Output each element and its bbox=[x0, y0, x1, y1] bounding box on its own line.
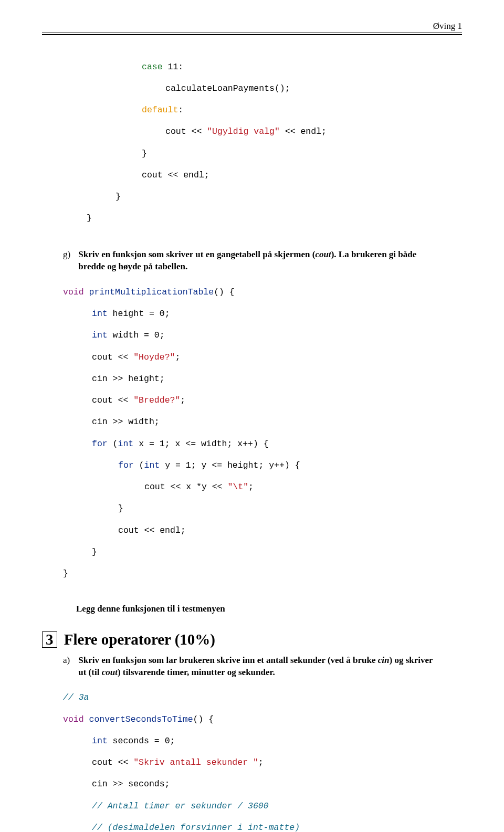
code-text: cout << bbox=[92, 757, 133, 767]
code-text: y = 1; y <= height; y++) { bbox=[160, 460, 300, 470]
item-g: g) Skriv en funksjon som skriver ut en g… bbox=[42, 249, 462, 273]
code-text bbox=[84, 714, 89, 724]
item-g-em1: cout bbox=[315, 249, 331, 259]
item-a-text1: Skriv en funksjon som lar brukeren skriv… bbox=[78, 655, 378, 665]
item-g-text1: Skriv en funksjon som skriver ut en gang… bbox=[78, 249, 315, 259]
kw-default: default bbox=[142, 105, 178, 115]
comment: // (desimaldelen forsvinner i int-matte) bbox=[92, 823, 300, 832]
code-block-3: // 3a void convertSecondsToTime() { int … bbox=[42, 682, 462, 832]
kw-for: for bbox=[92, 439, 108, 449]
item-a-em2: cout bbox=[102, 667, 118, 677]
kw-for: for bbox=[118, 460, 134, 470]
code-text: cin >> seconds; bbox=[92, 779, 170, 789]
string-literal: "Ugyldig valg" bbox=[207, 127, 280, 136]
section-title-text: Flere operatorer (10%) bbox=[64, 631, 215, 648]
code-text: } bbox=[118, 503, 123, 513]
code-text: ; bbox=[175, 352, 180, 362]
kw-int: int bbox=[92, 736, 108, 746]
code-text bbox=[84, 287, 89, 297]
fn-name: printMultiplicationTable bbox=[89, 287, 214, 297]
string-literal: "Skriv antall sekunder " bbox=[133, 757, 258, 767]
code-text: } bbox=[142, 149, 147, 159]
code-text: : bbox=[178, 105, 183, 115]
code-text: cout << endl; bbox=[118, 525, 186, 535]
section-number-box: 3 bbox=[42, 631, 57, 648]
code-text: calculateLoanPayments(); bbox=[165, 83, 290, 93]
kw-int: int bbox=[118, 439, 134, 449]
code-block-2: void printMultiplicationTable() { int he… bbox=[42, 276, 462, 601]
kw-case: case bbox=[142, 62, 163, 72]
code-text: cout << bbox=[92, 352, 133, 362]
code-text: width = 0; bbox=[108, 330, 165, 340]
kw-int: int bbox=[92, 330, 108, 340]
code-text: () { bbox=[193, 714, 214, 724]
comment: // 3a bbox=[63, 692, 89, 702]
item-a: a) Skriv en funksjon som lar brukeren sk… bbox=[42, 655, 462, 679]
code-text: << endl; bbox=[280, 127, 327, 136]
code-text: height = 0; bbox=[108, 309, 170, 319]
kw-int: int bbox=[92, 309, 108, 319]
item-g-label: g) bbox=[63, 249, 76, 261]
kw-void: void bbox=[63, 287, 84, 297]
code-text: cin >> width; bbox=[92, 417, 160, 427]
string-literal: "Hoyde?" bbox=[133, 352, 175, 362]
code-text: cout << bbox=[92, 395, 133, 405]
code-text: ( bbox=[108, 439, 118, 449]
kw-int: int bbox=[144, 460, 160, 470]
code-text: ; bbox=[180, 395, 185, 405]
code-text: cout << x *y << bbox=[144, 482, 227, 492]
code-text: } bbox=[63, 568, 68, 578]
kw-void: void bbox=[63, 714, 84, 724]
code-text: } bbox=[87, 213, 92, 223]
page-header-title: Øving 1 bbox=[42, 21, 462, 31]
code-text: } bbox=[116, 192, 121, 202]
code-text: cin >> height; bbox=[92, 374, 165, 384]
item-a-label: a) bbox=[63, 655, 76, 667]
code-text: cout << endl; bbox=[142, 170, 209, 180]
code-text: ( bbox=[134, 460, 144, 470]
code-text: x = 1; x <= width; x++) { bbox=[133, 439, 268, 449]
item-a-em1: cin bbox=[378, 655, 390, 665]
string-literal: "Bredde?" bbox=[133, 395, 180, 405]
fn-name: convertSecondsToTime bbox=[89, 714, 193, 724]
code-text: } bbox=[92, 547, 97, 557]
code-block-1: case 11: calculateLoanPayments(); defaul… bbox=[42, 51, 462, 246]
code-text: ; bbox=[258, 757, 264, 767]
code-text: cout << bbox=[165, 127, 207, 136]
comment: // Antall timer er sekunder / 3600 bbox=[92, 801, 269, 811]
code-text: ; bbox=[248, 482, 254, 492]
code-text: () { bbox=[214, 287, 235, 297]
post-code2-text: Legg denne funksjonen til i testmenyen bbox=[42, 603, 462, 615]
section-title: 3 Flere operatorer (10%) bbox=[42, 631, 462, 648]
code-text: 11: bbox=[163, 62, 184, 72]
string-literal: "\t" bbox=[227, 482, 248, 492]
code-text: seconds = 0; bbox=[108, 736, 175, 746]
item-a-text3: ) tilsvarende timer, minutter og sekunde… bbox=[118, 667, 275, 677]
header-rule bbox=[42, 33, 462, 35]
